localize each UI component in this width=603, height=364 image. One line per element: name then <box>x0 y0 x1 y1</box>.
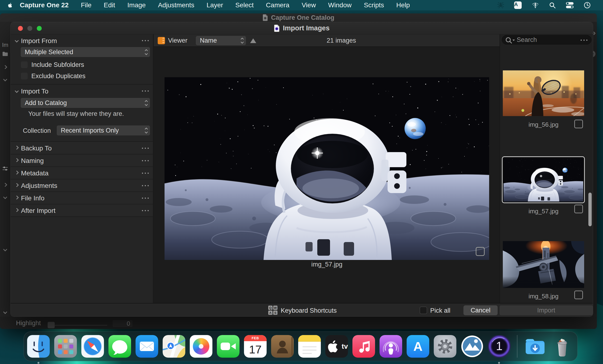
section-import-to[interactable]: Import To <box>11 85 153 97</box>
dock-finder-icon[interactable] <box>27 335 50 358</box>
adjustments-options-button[interactable] <box>142 185 149 186</box>
menu-select[interactable]: Select <box>235 1 254 9</box>
import-to-options-button[interactable] <box>142 90 149 92</box>
thumbnail-pick-checkbox[interactable] <box>574 205 583 213</box>
apple-menu-icon[interactable] <box>7 2 13 9</box>
rail-chevron-down-icon[interactable] <box>0 196 10 199</box>
input-source-icon[interactable]: A <box>514 1 522 9</box>
control-center-icon[interactable] <box>566 2 574 9</box>
menu-camera[interactable]: Camera <box>266 1 290 9</box>
thumbnail-img-58[interactable] <box>503 241 584 288</box>
chevron-right-icon[interactable] <box>15 183 18 188</box>
main-preview-image[interactable] <box>164 77 489 260</box>
import-from-options-button[interactable] <box>142 40 149 41</box>
chevron-right-icon[interactable] <box>15 208 18 212</box>
section-adjustments[interactable]: Adjustments <box>11 179 153 192</box>
import-source-dropdown[interactable]: Multiple Selected <box>21 47 150 57</box>
metadata-options-button[interactable] <box>142 173 149 174</box>
chevron-right-icon[interactable] <box>15 146 18 150</box>
rail-chevron-down-icon[interactable] <box>0 78 10 81</box>
chevron-down-icon[interactable] <box>15 39 18 43</box>
search-field[interactable] <box>502 35 591 44</box>
menu-file[interactable]: File <box>81 1 92 9</box>
dock-music-icon[interactable] <box>352 335 375 358</box>
menu-layer[interactable]: Layer <box>207 1 223 9</box>
antivirus-spider-icon[interactable] <box>497 2 504 9</box>
chevron-right-icon[interactable] <box>15 196 18 200</box>
exclude-duplicates-checkbox[interactable] <box>21 73 28 80</box>
folder-icon[interactable] <box>0 52 10 56</box>
menu-image[interactable]: Image <box>127 1 146 9</box>
file-info-options-button[interactable] <box>142 198 149 199</box>
thumbnail-img-57-selected[interactable] <box>502 156 585 203</box>
dock-contacts-icon[interactable] <box>271 335 294 358</box>
menu-help[interactable]: Help <box>396 1 410 9</box>
section-import-from[interactable]: Import From <box>11 34 153 47</box>
sort-by-dropdown[interactable]: Name <box>196 36 246 45</box>
catalog-titlebar[interactable]: Capture One Catalog <box>0 13 597 22</box>
dock-notes-icon[interactable] <box>298 335 321 358</box>
spotlight-icon[interactable] <box>549 2 556 9</box>
keyboard-shortcuts-label[interactable]: Keyboard Shortcuts <box>281 307 337 314</box>
section-backup-to[interactable]: Backup To <box>11 142 153 154</box>
menubar-app-name[interactable]: Capture One 22 <box>20 1 69 9</box>
dock-capture-one-22-icon[interactable]: 1 <box>488 335 510 358</box>
highlight-slider-track[interactable] <box>48 325 107 326</box>
menu-edit[interactable]: Edit <box>104 1 115 9</box>
highlight-slider-thumb[interactable] <box>48 322 55 328</box>
menu-view[interactable]: View <box>302 1 316 9</box>
dock-mail-icon[interactable] <box>136 335 158 358</box>
menu-scripts[interactable]: Scripts <box>364 1 384 9</box>
close-button[interactable] <box>18 26 23 31</box>
zoom-button[interactable] <box>37 26 42 31</box>
thumbnail-pick-checkbox[interactable] <box>574 291 583 299</box>
viewer-mode-icon[interactable] <box>158 37 165 44</box>
naming-options-button[interactable] <box>142 160 149 161</box>
pick-all-checkbox[interactable] <box>420 307 427 314</box>
dock-messages-icon[interactable] <box>108 335 131 358</box>
dock-downloads-icon[interactable] <box>524 335 546 358</box>
search-input[interactable] <box>517 36 573 44</box>
rail-chevron-right-icon[interactable] <box>0 183 10 186</box>
rail-chevron-down-icon[interactable] <box>0 248 10 251</box>
dock-launchpad-icon[interactable] <box>54 335 77 358</box>
section-naming[interactable]: Naming <box>11 154 153 167</box>
include-subfolders-checkbox[interactable] <box>21 61 28 68</box>
collection-dropdown[interactable]: Recent Imports Only <box>57 125 150 135</box>
browser-scrollbar-thumb[interactable] <box>588 193 592 226</box>
section-file-info[interactable]: File Info <box>11 192 153 204</box>
dock-safari-icon[interactable] <box>81 335 104 358</box>
dock-trash-icon[interactable] <box>551 335 574 358</box>
backup-to-options-button[interactable] <box>142 148 149 149</box>
thumbnail-img-56[interactable] <box>503 70 584 116</box>
import-destination-dropdown[interactable]: Add to Catalog <box>21 98 150 108</box>
cancel-button[interactable]: Cancel <box>464 305 498 315</box>
sort-ascending-icon[interactable] <box>250 38 256 43</box>
dock-apple-tv-icon[interactable]: tv <box>325 335 348 358</box>
dock-capture-one-pilot-icon[interactable] <box>461 335 484 358</box>
rail-chevron-right-icon[interactable] <box>0 66 10 68</box>
dock-facetime-icon[interactable] <box>217 335 240 358</box>
dialog-titlebar[interactable]: Import Images <box>11 22 593 34</box>
wifi-alert-icon[interactable] <box>532 1 539 9</box>
section-after-import[interactable]: After Import <box>11 204 153 217</box>
clock-icon[interactable] <box>584 2 591 9</box>
dock-podcasts-icon[interactable] <box>380 335 402 358</box>
search-options-button[interactable] <box>580 40 587 41</box>
dock-app-store-icon[interactable]: A <box>407 335 429 358</box>
highlight-value[interactable]: 0 <box>113 320 132 327</box>
minimize-button[interactable] <box>27 26 32 31</box>
keyboard-shortcuts-icon[interactable]: QW AS <box>268 306 278 315</box>
thumbnail-pick-checkbox[interactable] <box>574 120 583 128</box>
import-button[interactable]: Import <box>499 305 593 315</box>
chevron-down-icon[interactable] <box>15 89 18 93</box>
adjustments-sliders-icon[interactable] <box>0 166 10 171</box>
dock-photos-icon[interactable] <box>190 335 212 358</box>
chevron-right-icon[interactable] <box>15 171 18 175</box>
section-metadata[interactable]: Metadata <box>11 167 153 179</box>
rail-chevron-down-icon[interactable] <box>0 310 10 313</box>
dock-calendar-icon[interactable]: FEB 17 <box>244 335 267 358</box>
menu-window[interactable]: Window <box>328 1 352 9</box>
dock-maps-icon[interactable] <box>163 335 185 358</box>
after-import-options-button[interactable] <box>142 210 149 211</box>
